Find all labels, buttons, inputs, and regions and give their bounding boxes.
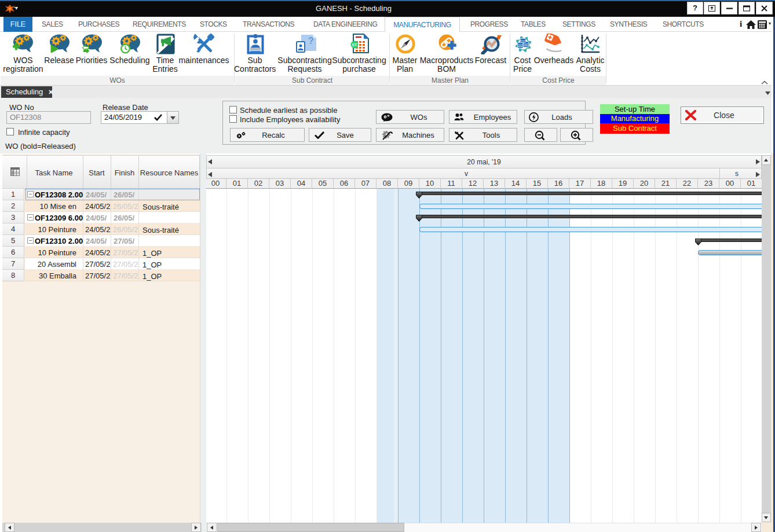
svg-text:ST: ST xyxy=(352,43,358,47)
svg-text:?: ? xyxy=(308,36,314,46)
